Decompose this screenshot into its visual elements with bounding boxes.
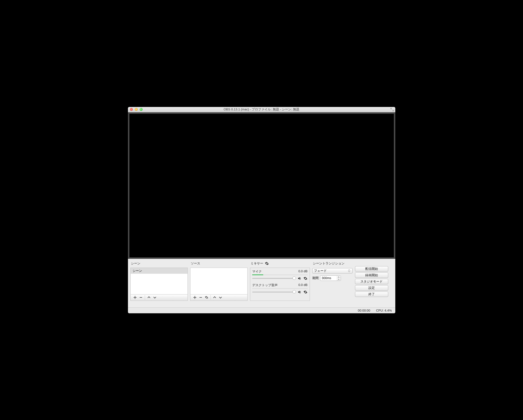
mic-volume-slider[interactable] [252,278,296,279]
mixer-channel-level: 0.0 dB [298,283,308,287]
move-scene-down-button[interactable] [152,294,158,300]
mixer-body: マイク 0.0 dB デスクトップ音声 0.0 dB [250,268,310,301]
desktop-volume-slider[interactable] [252,292,296,293]
mixer-channel-desktop: デスクトップ音声 0.0 dB [252,283,308,294]
transition-selected: フェード [314,269,327,273]
slider-thumb[interactable] [293,290,296,294]
remove-source-button[interactable] [198,294,204,300]
titlebar: OBS 0.13.1 (mac) - プロファイル: 無題 - シーン: 無題 [128,107,395,112]
start-streaming-button[interactable]: 配信開始 [355,266,388,272]
mixer-channel-name: デスクトップ音声 [252,283,278,287]
transitions-panel: シーントランジション フェード 期間 [312,260,353,306]
sources-header: ソース [190,260,248,268]
minimize-window-button[interactable] [135,108,138,111]
mixer-panel: ミキサー マイク 0.0 dB [250,260,310,306]
mic-settings-icon[interactable] [303,276,308,281]
sources-panel: ソース [190,260,248,306]
preview-canvas[interactable] [129,114,394,257]
desktop-mute-icon[interactable] [297,290,302,294]
mixer-header: ミキサー [250,260,310,268]
status-time: 00:00:00 [358,309,370,312]
duration-label: 期間 [312,276,319,280]
list-item[interactable]: シーン [131,268,188,274]
duration-spinbox[interactable]: ▲ ▼ [320,275,341,281]
add-source-button[interactable] [192,294,198,300]
studio-mode-button[interactable]: スタジオモード [355,279,388,284]
move-scene-up-button[interactable] [146,294,152,300]
bottom-panel: シーン シーン ソース [128,259,395,313]
move-source-down-button[interactable] [218,294,223,300]
select-arrows-icon [348,268,351,273]
exit-button[interactable]: 終了 [355,292,388,297]
start-recording-button[interactable]: 録画開始 [355,273,388,278]
duration-input[interactable] [320,276,337,280]
close-window-button[interactable] [130,108,133,111]
traffic-lights [130,108,143,111]
controls-panel: 配信開始 録画開始 スタジオモード 設定 終了 [355,260,393,306]
mic-mute-icon[interactable] [297,276,302,281]
app-window: OBS 0.13.1 (mac) - プロファイル: 無題 - シーン: 無題 … [128,107,395,313]
settings-button[interactable]: 設定 [355,285,388,291]
move-source-up-button[interactable] [212,294,218,300]
window-title: OBS 0.13.1 (mac) - プロファイル: 無題 - シーン: 無題 [128,107,395,112]
mixer-title: ミキサー [251,261,263,266]
transitions-header: シーントランジション [312,260,353,268]
mic-meter [252,274,308,275]
zoom-window-button[interactable] [140,108,143,111]
mixer-settings-icon[interactable] [265,261,269,266]
remove-scene-button[interactable] [138,294,144,300]
mixer-channel-mic: マイク 0.0 dB [252,269,308,281]
source-properties-button[interactable] [204,294,209,300]
statusbar: 00:00:00 CPU: 4.4% [128,307,395,313]
fullscreen-icon[interactable] [390,108,394,111]
spin-up-button[interactable]: ▲ [337,276,341,278]
status-cpu: CPU: 4.4% [376,309,392,312]
scenes-listbox[interactable]: シーン [130,268,188,294]
add-scene-button[interactable] [132,294,138,300]
scenes-panel: シーン シーン [130,260,188,306]
desktop-meter [252,288,308,289]
mixer-channel-name: マイク [252,269,262,274]
sources-listbox[interactable] [190,268,248,294]
scenes-toolbar [130,294,188,301]
scenes-header: シーン [130,260,188,268]
spin-down-button[interactable]: ▼ [337,278,341,281]
slider-thumb[interactable] [293,276,296,280]
desktop-settings-icon[interactable] [303,290,308,294]
transition-select[interactable]: フェード [312,268,353,273]
preview-area [128,112,395,259]
mixer-channel-level: 0.0 dB [298,269,308,274]
sources-toolbar [190,294,248,301]
